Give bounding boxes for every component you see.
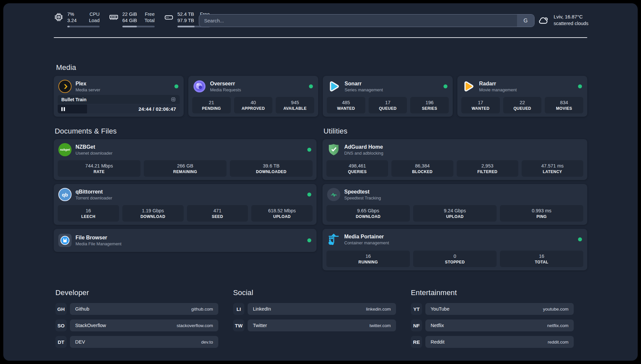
service-subtitle: Usenet downloader (76, 151, 112, 156)
stat-label: QUEUED (513, 106, 531, 111)
system-info-bar: 7% 3.24 CPU Load (54, 11, 210, 27)
bookmark-linkedin[interactable]: LI LinkedIn linkedin.com (233, 303, 396, 315)
stat-label: SERIES (422, 106, 437, 111)
bookmark-url: github.com (191, 307, 213, 312)
stat-value: 17 (385, 100, 390, 105)
search-bar[interactable]: G (199, 14, 534, 27)
stat-label: LEECH (81, 214, 96, 219)
bookmarks-row: Developer GH Github github.com SO StackO… (55, 288, 574, 352)
service-name: Speedtest (344, 189, 381, 195)
bookmark-url: stackoverflow.com (177, 323, 213, 328)
search-engine-button[interactable]: G (517, 15, 534, 27)
section-title-media: Media (56, 63, 76, 72)
card-overseerr[interactable]: Overseerr Media Requests 21 PENDING 40 A… (188, 76, 318, 117)
stat-value: 17 (478, 100, 483, 105)
bookmark-name: YouTube (431, 306, 449, 312)
stat-tile: 9.24 Gbps UPLOAD (413, 205, 497, 222)
stat-tile: 21 PENDING (192, 97, 231, 113)
section-title-utilities: Utilities (323, 127, 348, 136)
stat-label: LATENCY (543, 169, 562, 174)
service-name: Sonarr (345, 80, 383, 87)
section-title-entertainment: Entertainment (411, 288, 574, 297)
bookmark-reddit[interactable]: RE Reddit reddit.com (411, 336, 574, 348)
bookmark-group-entertainment: Entertainment YT YouTube youtube.com NF … (411, 288, 574, 352)
card-speedtest[interactable]: Speedtest Speedtest Tracking 9.65 Gbps D… (322, 184, 587, 225)
memory-free-label: Free (144, 11, 155, 17)
stats-row: 21 PENDING 40 APPROVED 945 AVAILABLE (192, 97, 314, 113)
pause-icon[interactable] (61, 107, 65, 111)
weather-widget: Lviv, 16.87°C scattered clouds (537, 13, 589, 27)
bookmark-dev[interactable]: DT DEV dev.to (55, 336, 218, 348)
now-playing-title: Bullet Train (61, 97, 86, 102)
card-nzbget[interactable]: nzbget NZBGet Usenet downloader 744.21 M… (54, 139, 317, 180)
memory-free: 22 GiB (122, 11, 137, 17)
status-dot-online (307, 148, 311, 152)
status-dot-online (174, 84, 178, 88)
stat-tile: 86,384 BLOCKED (391, 160, 453, 177)
bookmark-name: Reddit (431, 339, 444, 345)
stat-label: QUERIES (348, 169, 367, 174)
card-qbittorrent[interactable]: qb qBittorrent Torrent downloader 16 LEE… (54, 184, 317, 225)
card-portainer[interactable]: Media Portainer Container management 16 … (322, 229, 587, 270)
adguard-icon (327, 143, 340, 156)
stat-label: QUEUED (379, 106, 397, 111)
stat-value: 266 GB (177, 163, 193, 168)
qbittorrent-icon: qb (58, 188, 72, 201)
stat-label: BLOCKED (412, 169, 433, 174)
card-adguard[interactable]: AdGuard Home DNS and adblocking 498,461 … (322, 139, 587, 180)
playback-progress-bar[interactable]: 24:44 / 02:06:47 (58, 105, 180, 113)
card-filebrowser[interactable]: File Browser Media File Management (54, 229, 317, 252)
radarr-icon (462, 80, 475, 93)
cpu-label: CPU (89, 11, 100, 17)
bookmark-youtube[interactable]: YT YouTube youtube.com (411, 303, 574, 315)
service-subtitle: Series management (345, 87, 383, 92)
status-dot-online (307, 238, 311, 242)
memory-total: 64 GiB (122, 17, 137, 24)
service-subtitle: Movie management (479, 87, 517, 92)
storage-progress-fill (177, 26, 195, 27)
stat-tile: 1.19 Gbps DOWNLOAD (122, 205, 184, 222)
stat-tile: 2,953 FILTERED (457, 160, 518, 177)
bookmark-github[interactable]: GH Github github.com (55, 303, 218, 315)
portainer-icon (327, 233, 340, 246)
stat-value: 196 (426, 100, 434, 105)
stat-label: RATE (94, 169, 105, 174)
bookmark-netflix[interactable]: NF Netflix netflix.com (411, 319, 574, 331)
stat-tile: 945 AVAILABLE (276, 97, 314, 113)
stat-tile: 40 APPROVED (234, 97, 273, 113)
status-dot-online (307, 193, 311, 197)
stat-tile: 16 LEECH (58, 205, 119, 222)
bookmark-stackoverflow[interactable]: SO StackOverflow stackoverflow.com (55, 319, 218, 331)
filebrowser-icon (58, 234, 72, 247)
section-title-developer: Developer (55, 288, 218, 297)
bookmark-abbr: LI (233, 303, 244, 315)
search-input[interactable] (199, 15, 517, 27)
bookmark-url: youtube.com (543, 307, 568, 312)
bookmark-twitter[interactable]: TW Twitter twitter.com (233, 319, 396, 331)
stat-value: 0.993 ms (532, 208, 552, 213)
plex-now-playing: Bullet Train 24:44 / 02:06:47 (58, 95, 180, 113)
stats-row: 485 WANTED 17 QUEUED 196 SERIES (327, 97, 449, 113)
stat-label: AVAILABLE (283, 106, 307, 111)
stat-value: 9.24 Gbps (444, 208, 466, 213)
card-sonarr[interactable]: Sonarr Series management 485 WANTED 17 Q… (323, 76, 453, 117)
stat-label: FILTERED (477, 169, 498, 174)
overseerr-icon (193, 80, 206, 93)
weather-location: Lviv, 16.87°C (554, 13, 589, 20)
stat-value: 485 (342, 100, 350, 105)
speedtest-icon (327, 188, 340, 201)
stat-tile: 16 TOTAL (500, 251, 583, 267)
service-name: Radarr (479, 80, 517, 87)
card-plex[interactable]: Plex Media server Bullet Train 24:44 / 0… (54, 76, 184, 117)
stat-value: 1.19 Gbps (142, 208, 164, 213)
stat-tile: 0 STOPPED (413, 251, 497, 267)
stat-tile: 498,461 QUERIES (326, 160, 388, 177)
stat-label: PING (536, 214, 547, 219)
card-radarr[interactable]: Radarr Movie management 17 WANTED 22 QUE… (457, 76, 587, 117)
service-subtitle: DNS and adblocking (344, 151, 383, 156)
header-divider (54, 37, 587, 38)
stat-value: 40 (251, 100, 256, 105)
stat-value: 47.571 ms (541, 163, 564, 168)
stat-value: 16 (86, 208, 91, 213)
cpu-stat: 7% 3.24 CPU Load (54, 11, 100, 27)
